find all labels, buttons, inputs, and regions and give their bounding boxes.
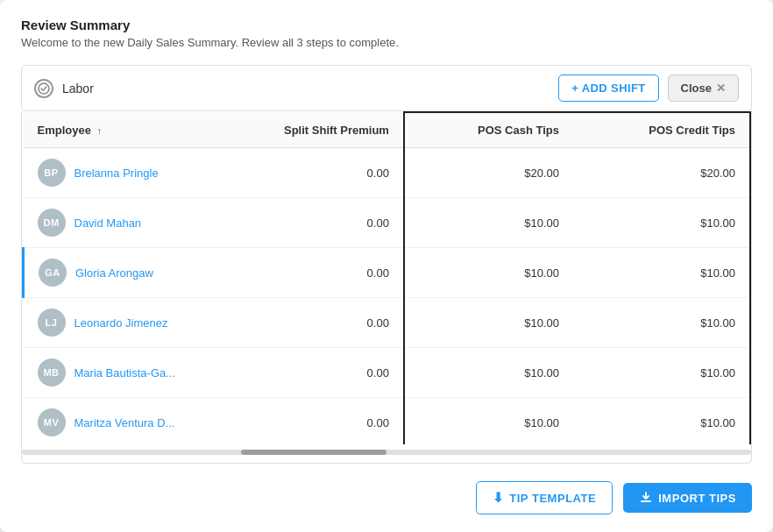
close-icon: ✕ xyxy=(716,82,726,95)
split-shift-value: 0.00 xyxy=(199,198,404,248)
employee-name[interactable]: David Mahan xyxy=(74,216,142,230)
split-shift-value: 0.00 xyxy=(199,398,404,445)
pos-cash-value: $10.00 xyxy=(404,398,573,445)
pos-cash-value: $20.00 xyxy=(404,148,573,198)
col-header-pos-cash: POS Cash Tips xyxy=(404,112,573,148)
pos-credit-value: $20.00 xyxy=(573,148,750,198)
import-icon xyxy=(639,491,653,505)
table-row: LJLeonardo Jimenez xyxy=(24,298,199,348)
employee-name[interactable]: Gloria Arongaw xyxy=(75,266,153,280)
pos-credit-value: $10.00 xyxy=(573,398,750,445)
table-scroll-wrapper[interactable]: Employee ↑ Split Shift Premium POS Cash … xyxy=(22,111,751,444)
table-row: MVMaritza Ventura D... xyxy=(24,398,199,445)
svg-rect-1 xyxy=(641,500,651,502)
section-header-left: Labor xyxy=(34,79,94,98)
pos-cash-value: $10.00 xyxy=(404,348,573,398)
pos-credit-value: $10.00 xyxy=(573,248,750,298)
split-shift-value: 0.00 xyxy=(199,248,404,298)
labor-table-container: Employee ↑ Split Shift Premium POS Cash … xyxy=(21,111,752,464)
table-row: MBMaria Bautista-Ga... xyxy=(24,348,199,398)
avatar: MB xyxy=(38,358,66,387)
import-tips-label: IMPORT TIPS xyxy=(658,492,736,505)
tip-template-button[interactable]: ⬇ TIP TEMPLATE xyxy=(476,481,613,514)
split-shift-value: 0.00 xyxy=(199,348,404,398)
check-circle-icon xyxy=(34,79,53,98)
pos-cash-value: $10.00 xyxy=(404,198,573,248)
close-button[interactable]: Close ✕ xyxy=(668,74,739,102)
add-shift-label: + ADD SHIFT xyxy=(571,82,645,95)
pos-cash-value: $10.00 xyxy=(404,298,573,348)
labor-table: Employee ↑ Split Shift Premium POS Cash … xyxy=(22,111,751,444)
avatar: BP xyxy=(38,159,66,187)
svg-point-0 xyxy=(39,83,49,94)
pos-cash-value: $10.00 xyxy=(404,248,573,298)
review-summary-modal: Review Summary Welcome to the new Daily … xyxy=(0,0,773,532)
avatar: LJ xyxy=(38,309,66,337)
pos-credit-value: $10.00 xyxy=(573,348,750,398)
pos-credit-value: $10.00 xyxy=(573,198,750,248)
avatar: MV xyxy=(38,408,66,436)
pos-credit-value: $10.00 xyxy=(573,298,750,348)
modal-title: Review Summary xyxy=(21,18,752,32)
employee-name[interactable]: Leonardo Jimenez xyxy=(74,316,168,330)
close-label: Close xyxy=(681,82,712,95)
table-row: BPBrelanna Pringle xyxy=(24,148,199,198)
employee-name[interactable]: Maritza Ventura D... xyxy=(74,416,175,429)
table-row: GAGloria Arongaw xyxy=(24,248,199,298)
employee-name[interactable]: Maria Bautista-Ga... xyxy=(74,366,176,379)
col-header-pos-credit: POS Credit Tips xyxy=(573,112,750,148)
section-header-right: + ADD SHIFT Close ✕ xyxy=(558,74,739,102)
tip-template-label: TIP TEMPLATE xyxy=(509,492,596,505)
avatar: GA xyxy=(39,259,67,287)
split-shift-value: 0.00 xyxy=(199,298,404,348)
table-row: DMDavid Mahan xyxy=(24,198,199,248)
sort-arrow-icon: ↑ xyxy=(97,125,103,136)
footer-bar: ⬇ TIP TEMPLATE IMPORT TIPS xyxy=(21,469,752,514)
split-shift-value: 0.00 xyxy=(199,148,404,198)
download-icon: ⬇ xyxy=(493,490,505,506)
add-shift-button[interactable]: + ADD SHIFT xyxy=(558,74,658,102)
section-label: Labor xyxy=(62,82,94,96)
modal-subtitle: Welcome to the new Daily Sales Summary. … xyxy=(21,36,752,49)
labor-section-header: Labor + ADD SHIFT Close ✕ xyxy=(21,65,752,111)
employee-name[interactable]: Brelanna Pringle xyxy=(74,167,159,180)
horizontal-scrollbar[interactable] xyxy=(22,450,751,455)
col-header-split-shift: Split Shift Premium xyxy=(199,112,404,148)
import-tips-button[interactable]: IMPORT TIPS xyxy=(623,483,752,513)
avatar: DM xyxy=(38,209,66,237)
col-header-employee[interactable]: Employee ↑ xyxy=(24,112,199,148)
